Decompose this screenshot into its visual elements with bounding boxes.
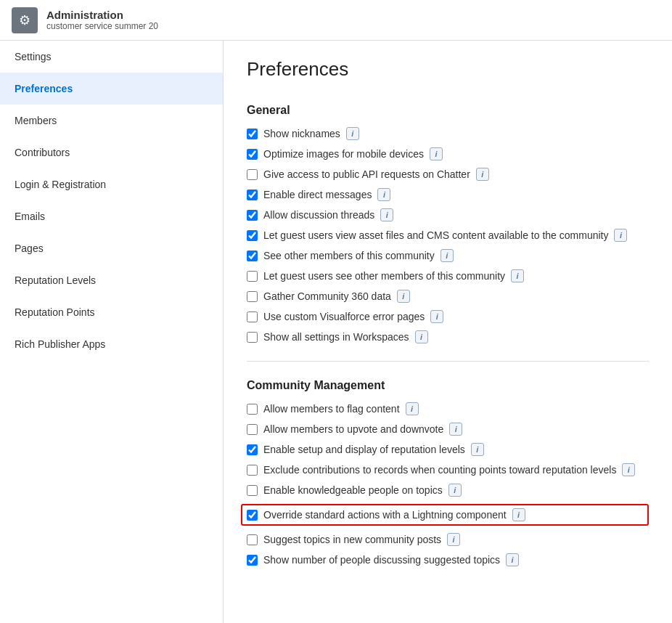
sidebar-item-login-registration[interactable]: Login & Registration	[0, 168, 223, 200]
row-use-custom-visualforce: Use custom Visualforce error pagesi	[247, 310, 649, 323]
info-btn-let-guest-view-asset[interactable]: i	[614, 229, 627, 242]
checkbox-see-other-members[interactable]	[247, 251, 258, 261]
content-area: Preferences General Show nicknamesiOptim…	[224, 41, 672, 623]
sidebar-item-rich-publisher-apps[interactable]: Rich Publisher Apps	[0, 328, 223, 360]
row-optimize-images: Optimize images for mobile devicesi	[247, 147, 649, 160]
label-let-guest-view-asset: Let guest users view asset files and CMS…	[263, 229, 608, 241]
sidebar-item-members[interactable]: Members	[0, 105, 223, 137]
checkbox-enable-knowledgeable[interactable]	[247, 485, 258, 496]
label-allow-upvote-downvote: Allow members to upvote and downvote	[263, 423, 443, 435]
row-allow-flag-content: Allow members to flag contenti	[247, 402, 649, 415]
checkbox-optimize-images[interactable]	[247, 149, 258, 160]
info-btn-allow-discussion-threads[interactable]: i	[380, 208, 393, 221]
row-exclude-contributions: Exclude contributions to records when co…	[247, 463, 649, 476]
info-btn-show-nicknames[interactable]: i	[346, 127, 359, 140]
checkbox-show-number-discussing[interactable]	[247, 555, 258, 566]
sidebar-item-contributors[interactable]: Contributors	[0, 137, 223, 168]
info-btn-override-standard-actions[interactable]: i	[512, 508, 525, 521]
sidebar-item-settings[interactable]: Settings	[0, 41, 223, 73]
row-enable-reputation-levels: Enable setup and display of reputation l…	[247, 443, 649, 456]
checkbox-show-all-settings[interactable]	[247, 332, 258, 343]
checkbox-allow-upvote-downvote[interactable]	[247, 424, 258, 435]
sidebar-item-preferences[interactable]: Preferences	[0, 73, 223, 105]
info-btn-let-guest-see-members[interactable]: i	[511, 269, 524, 282]
label-use-custom-visualforce: Use custom Visualforce error pages	[263, 311, 425, 322]
label-enable-reputation-levels: Enable setup and display of reputation l…	[263, 444, 465, 455]
section-divider	[247, 361, 649, 362]
checkbox-let-guest-see-members[interactable]	[247, 271, 258, 282]
sidebar-item-emails[interactable]: Emails	[0, 200, 223, 232]
row-show-all-settings: Show all settings in Workspacesi	[247, 330, 649, 343]
row-let-guest-view-asset: Let guest users view asset files and CMS…	[247, 229, 649, 242]
row-see-other-members: See other members of this communityi	[247, 249, 649, 262]
main-layout: SettingsPreferencesMembersContributorsLo…	[0, 41, 672, 623]
label-show-nicknames: Show nicknames	[263, 128, 340, 139]
general-section-title: General	[247, 104, 649, 117]
label-gather-community-360: Gather Community 360 data	[263, 290, 391, 302]
row-override-standard-actions: Override standard actions with a Lightni…	[241, 504, 649, 526]
label-override-standard-actions: Override standard actions with a Lightni…	[263, 509, 507, 521]
checkbox-suggest-topics[interactable]	[247, 534, 258, 545]
label-exclude-contributions: Exclude contributions to records when co…	[263, 464, 616, 476]
label-optimize-images: Optimize images for mobile devices	[263, 148, 424, 160]
info-btn-allow-flag-content[interactable]: i	[406, 402, 419, 415]
info-btn-enable-knowledgeable[interactable]: i	[448, 484, 462, 497]
row-show-nicknames: Show nicknamesi	[247, 127, 649, 140]
label-suggest-topics: Suggest topics in new community posts	[263, 534, 441, 545]
app-subtitle: customer service summer 20	[46, 21, 158, 31]
admin-icon: ⚙	[12, 7, 38, 33]
checkbox-enable-reputation-levels[interactable]	[247, 444, 258, 455]
info-btn-see-other-members[interactable]: i	[441, 249, 454, 262]
info-btn-enable-direct-messages[interactable]: i	[377, 188, 390, 201]
label-see-other-members: See other members of this community	[263, 250, 435, 261]
info-btn-allow-upvote-downvote[interactable]: i	[449, 423, 462, 436]
row-allow-upvote-downvote: Allow members to upvote and downvotei	[247, 423, 649, 436]
community-management-title: Community Management	[247, 379, 649, 392]
info-btn-show-all-settings[interactable]: i	[415, 330, 428, 343]
checkbox-override-standard-actions[interactable]	[247, 510, 258, 521]
sidebar-item-pages[interactable]: Pages	[0, 232, 223, 264]
community-management-section: Community Management Allow members to fl…	[247, 379, 649, 566]
checkbox-allow-flag-content[interactable]	[247, 404, 258, 415]
general-checkboxes: Show nicknamesiOptimize images for mobil…	[247, 127, 649, 343]
label-enable-knowledgeable: Enable knowledgeable people on topics	[263, 484, 443, 496]
label-allow-discussion-threads: Allow discussion threads	[263, 209, 374, 221]
checkbox-show-nicknames[interactable]	[247, 129, 258, 139]
checkbox-gather-community-360[interactable]	[247, 291, 258, 302]
row-show-number-discussing: Show number of people discussing suggest…	[247, 553, 649, 566]
checkbox-use-custom-visualforce[interactable]	[247, 312, 258, 322]
row-gather-community-360: Gather Community 360 datai	[247, 290, 649, 303]
community-checkboxes: Allow members to flag contentiAllow memb…	[247, 402, 649, 566]
label-show-all-settings: Show all settings in Workspaces	[263, 331, 409, 343]
row-suggest-topics: Suggest topics in new community postsi	[247, 533, 649, 546]
app-title: Administration	[46, 9, 158, 21]
info-btn-give-access-public-api[interactable]: i	[476, 168, 489, 181]
info-btn-suggest-topics[interactable]: i	[447, 533, 460, 546]
row-give-access-public-api: Give access to public API requests on Ch…	[247, 168, 649, 181]
sidebar: SettingsPreferencesMembersContributorsLo…	[0, 41, 224, 623]
info-btn-show-number-discussing[interactable]: i	[506, 553, 519, 566]
row-enable-knowledgeable: Enable knowledgeable people on topicsi	[247, 484, 649, 497]
label-let-guest-see-members: Let guest users see other members of thi…	[263, 270, 505, 282]
label-give-access-public-api: Give access to public API requests on Ch…	[263, 168, 470, 180]
sidebar-item-reputation-levels[interactable]: Reputation Levels	[0, 264, 223, 296]
row-let-guest-see-members: Let guest users see other members of thi…	[247, 269, 649, 282]
row-enable-direct-messages: Enable direct messagesi	[247, 188, 649, 201]
checkbox-exclude-contributions[interactable]	[247, 465, 258, 476]
info-btn-use-custom-visualforce[interactable]: i	[430, 310, 443, 323]
checkbox-give-access-public-api[interactable]	[247, 169, 258, 180]
row-allow-discussion-threads: Allow discussion threadsi	[247, 208, 649, 221]
general-section: General Show nicknamesiOptimize images f…	[247, 104, 649, 343]
checkbox-let-guest-view-asset[interactable]	[247, 230, 258, 241]
top-bar: ⚙ Administration customer service summer…	[0, 0, 672, 41]
sidebar-item-reputation-points[interactable]: Reputation Points	[0, 296, 223, 328]
checkbox-allow-discussion-threads[interactable]	[247, 210, 258, 221]
info-btn-enable-reputation-levels[interactable]: i	[471, 443, 484, 456]
info-btn-gather-community-360[interactable]: i	[397, 290, 410, 303]
top-bar-text: Administration customer service summer 2…	[46, 9, 158, 31]
info-btn-exclude-contributions[interactable]: i	[622, 463, 635, 476]
checkbox-enable-direct-messages[interactable]	[247, 190, 258, 200]
info-btn-optimize-images[interactable]: i	[430, 147, 443, 160]
label-show-number-discussing: Show number of people discussing suggest…	[263, 554, 500, 566]
label-allow-flag-content: Allow members to flag content	[263, 403, 400, 415]
